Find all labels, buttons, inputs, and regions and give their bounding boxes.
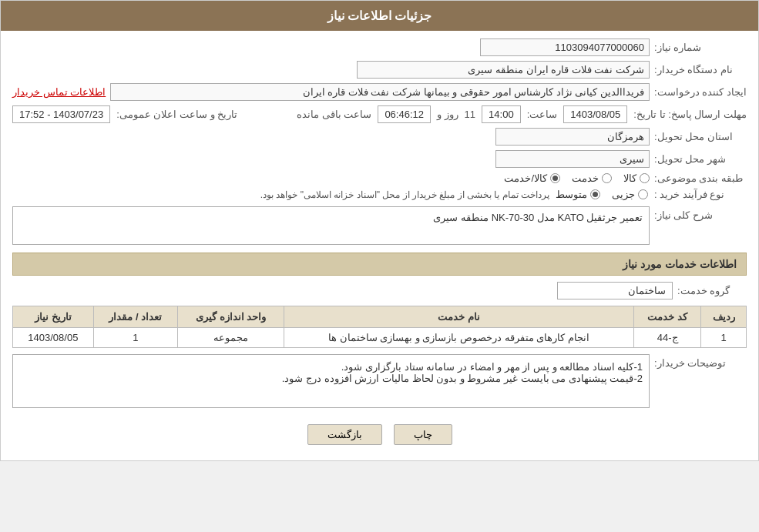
category-service-label: خدمت xyxy=(572,172,599,184)
dates-row: مهلت ارسال پاسخ: تا تاریخ: 1403/08/05 سا… xyxy=(12,105,747,123)
process-mid-label: متوسط xyxy=(556,189,587,200)
col-date: تاریخ نیاز xyxy=(13,306,94,328)
category-goods-radio[interactable] xyxy=(640,173,650,183)
category-goods-label: کالا xyxy=(623,172,636,184)
category-service-item[interactable]: خدمت xyxy=(572,172,612,184)
service-info-title: اطلاعات خدمات مورد نیاز xyxy=(12,253,747,276)
category-radio-group: کالا خدمت کالا/خدمت xyxy=(504,172,650,184)
cell-code: ج-44 xyxy=(633,328,700,348)
service-table: ردیف کد خدمت نام خدمت واحد اندازه گیری ت… xyxy=(12,306,747,348)
page-wrapper: جزئیات اطلاعات نیاز شماره نیاز: 11030940… xyxy=(0,0,759,461)
category-label: طبقه بندی موضوعی: xyxy=(654,172,747,184)
page-header: جزئیات اطلاعات نیاز xyxy=(1,1,758,31)
creator-value: فریداالدین کیانی نژاد کارشناس امور حقوقی… xyxy=(110,83,650,101)
purchaser-value: شرکت نفت فلات قاره ایران منطقه سیری xyxy=(357,61,650,79)
province-value: هرمزگان xyxy=(495,128,650,146)
back-button[interactable]: بازگشت xyxy=(307,424,382,445)
remaining-days-value: 11 xyxy=(465,109,475,120)
col-name: نام خدمت xyxy=(284,306,634,328)
province-row: استان محل تحویل: هرمزگان xyxy=(12,128,747,146)
general-desc-label: شرح کلی نیاز: xyxy=(654,206,747,221)
announce-label: تاریخ و ساعت اعلان عمومی: xyxy=(116,109,237,120)
city-value: سیری xyxy=(495,150,650,168)
table-row: 1ج-44انجام کارهای متفرقه درخصوص بازسازی … xyxy=(13,328,747,348)
category-goods-service-label: کالا/خدمت xyxy=(504,172,547,184)
general-desc-row: شرح کلی نیاز: تعمیر جرثقیل KATO مدل NK-7… xyxy=(12,206,747,245)
process-mid-radio[interactable] xyxy=(590,189,600,199)
purchaser-label: نام دستگاه خریدار: xyxy=(654,64,747,75)
need-number-row: شماره نیاز: 1103094077000060 xyxy=(12,38,747,56)
process-part-label: جزیی xyxy=(612,189,635,200)
buyer-notes-value: 1-کلیه اسناد مطالعه و پس از مهر و امضاء … xyxy=(12,354,650,408)
category-service-radio[interactable] xyxy=(602,173,612,183)
main-content: شماره نیاز: 1103094077000060 نام دستگاه … xyxy=(1,31,758,460)
category-goods-item[interactable]: کالا xyxy=(623,172,650,184)
category-goods-service-radio[interactable] xyxy=(550,173,560,183)
process-label: نوع فرآیند خرید : xyxy=(654,189,747,200)
category-goods-service-item[interactable]: کالا/خدمت xyxy=(504,172,560,184)
process-mid-item[interactable]: متوسط xyxy=(556,189,600,200)
service-group-label: گروه خدمت: xyxy=(677,285,747,296)
category-row: طبقه بندی موضوعی: کالا خدمت کالا/خدمت xyxy=(12,172,747,184)
cell-unit: مجموعه xyxy=(178,328,284,348)
col-qty: تعداد / مقدار xyxy=(93,306,177,328)
remaining-days-label: روز و xyxy=(437,109,458,120)
col-code: کد خدمت xyxy=(633,306,700,328)
city-label: شهر محل تحویل: xyxy=(654,153,747,165)
process-note: پرداخت تمام یا بخشی از مبلغ خریدار از مح… xyxy=(12,189,549,200)
reply-date-label: مهلت ارسال پاسخ: تا تاریخ: xyxy=(633,109,747,120)
general-desc-value: تعمیر جرثقیل KATO مدل NK-70-30 منطقه سیر… xyxy=(12,206,650,245)
process-part-radio[interactable] xyxy=(638,189,648,199)
reply-date-value: 1403/08/05 xyxy=(563,105,627,123)
process-part-item[interactable]: جزیی xyxy=(612,189,648,200)
cell-name: انجام کارهای متفرقه درخصوص بازسازی و بهس… xyxy=(284,328,634,348)
creator-link[interactable]: اطلاعات تماس خریدار xyxy=(12,86,106,98)
process-row: نوع فرآیند خرید : جزیی متوسط پرداخت تمام… xyxy=(12,189,747,200)
city-row: شهر محل تحویل: سیری xyxy=(12,150,747,168)
buyer-notes-row: توضیحات خریدار: 1-کلیه اسناد مطالعه و پس… xyxy=(12,354,747,408)
reply-time-value: 14:00 xyxy=(482,105,521,123)
creator-row: ایجاد کننده درخواست: فریداالدین کیانی نژ… xyxy=(12,83,747,101)
creator-label: ایجاد کننده درخواست: xyxy=(654,86,747,98)
cell-row: 1 xyxy=(701,328,747,348)
province-label: استان محل تحویل: xyxy=(654,131,747,142)
remaining-time-value: 06:46:12 xyxy=(378,105,431,123)
cell-date: 1403/08/05 xyxy=(13,328,94,348)
col-row: ردیف xyxy=(701,306,747,328)
process-radio-group: جزیی متوسط xyxy=(556,189,648,200)
col-unit: واحد اندازه گیری xyxy=(178,306,284,328)
need-number-label: شماره نیاز: xyxy=(654,42,747,53)
remaining-time-label: ساعت باقی مانده xyxy=(297,109,371,120)
announce-value: 1403/07/23 - 17:52 xyxy=(12,105,110,123)
service-group-value: ساختمان xyxy=(557,282,673,299)
service-group-row: گروه خدمت: ساختمان xyxy=(12,282,747,299)
purchaser-row: نام دستگاه خریدار: شرکت نفت فلات قاره ای… xyxy=(12,61,747,79)
reply-time-label: ساعت: xyxy=(527,109,558,120)
cell-qty: 1 xyxy=(93,328,177,348)
print-button[interactable]: چاپ xyxy=(394,424,452,445)
buyer-notes-label: توضیحات خریدار: xyxy=(654,354,747,369)
page-title: جزئیات اطلاعات نیاز xyxy=(327,9,432,22)
button-row: چاپ بازگشت xyxy=(12,413,747,453)
need-number-value: 1103094077000060 xyxy=(480,38,650,56)
